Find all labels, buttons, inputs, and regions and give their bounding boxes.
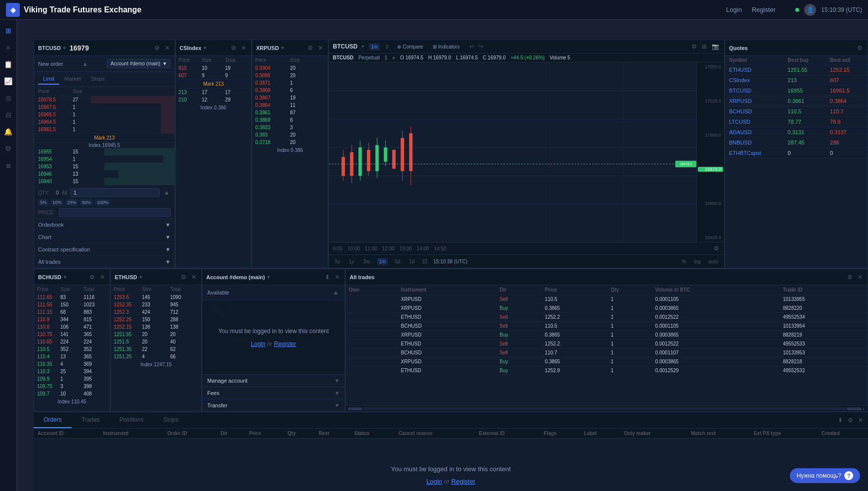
chart-screenshot-btn[interactable]: 📷	[711, 42, 720, 51]
bch-ask-row[interactable]: 111.551501023	[34, 301, 110, 308]
bottom-download-btn[interactable]: ⬇	[837, 416, 844, 425]
help-button[interactable]: Нужна помощь? ?	[790, 468, 860, 483]
account-register-link[interactable]: Register	[274, 341, 296, 347]
price-input[interactable]	[59, 208, 171, 217]
eth-bid-row[interactable]: 1251.52040	[111, 338, 201, 345]
trade-row[interactable]: XRPUSDBuy0.386510.00038658828220	[346, 304, 868, 313]
fees-section[interactable]: Fees ▼	[202, 387, 345, 399]
tab-market[interactable]: Market	[59, 74, 86, 85]
orderbook-collapsible[interactable]: Orderbook ▼	[34, 218, 175, 231]
eth-bid-row[interactable]: 1251.552020	[111, 331, 201, 338]
bch-close-btn[interactable]: ✕	[99, 273, 106, 282]
tab-stops[interactable]: Stops	[153, 412, 188, 428]
log-btn[interactable]: log	[692, 258, 702, 265]
eth-ask-row[interactable]: 1252.25150288	[111, 316, 201, 323]
pct-50[interactable]: 50%	[80, 199, 93, 206]
chart-settings-btn[interactable]: ⚙	[690, 42, 698, 51]
quote-row[interactable]: XRPUSD 0.3861 0.3864	[725, 96, 868, 106]
bch-ask-row[interactable]: 110.9344815	[34, 316, 110, 323]
eth-ask-row[interactable]: 1253.61451090	[111, 294, 201, 301]
ob-ask-row[interactable]: 16965.51	[34, 111, 175, 118]
period-5y[interactable]: 5y	[333, 258, 342, 265]
ob-ask-row[interactable]: 16967.51	[34, 103, 175, 111]
eth-bid-row[interactable]: 1251.352262	[111, 345, 201, 353]
period-1d[interactable]: 1d	[407, 258, 416, 265]
quote-row[interactable]: BNBUSD 287.45 288	[725, 138, 868, 148]
all-trades-collapsible[interactable]: All trades ▼	[34, 255, 175, 268]
eth-settings-btn[interactable]: ⚙	[180, 273, 187, 282]
btc-close-btn[interactable]: ✕	[164, 44, 171, 52]
tf-1m-btn[interactable]: 1m	[369, 43, 380, 50]
trade-row[interactable]: BCHUSDSell110.510.000110510133954	[346, 322, 868, 331]
contract-spec-collapsible[interactable]: Contract specification ▼	[34, 243, 175, 255]
bottom-login-link[interactable]: Login	[426, 478, 442, 485]
period-1y[interactable]: 1y	[347, 258, 357, 265]
quote-row[interactable]: ADAUSD 0.3131 0.3137	[725, 127, 868, 138]
sidebar-icon-more[interactable]: ≣	[1, 158, 15, 172]
account-download-btn[interactable]: ⬇	[324, 273, 331, 282]
redo-btn[interactable]: ↪	[477, 42, 484, 51]
xrp-ask-row[interactable]: 0.38696	[252, 87, 328, 94]
collapse-new-order[interactable]: ▲	[81, 59, 89, 68]
quote-row[interactable]: BTCUSD 16955 16961.5	[725, 86, 868, 96]
bch-bid-row[interactable]: 110.325394	[34, 368, 110, 375]
sidebar-icon-tools[interactable]: ◎	[1, 91, 15, 105]
sidebar-icon-alerts[interactable]: 🔔	[1, 125, 15, 139]
xrp-bid-row[interactable]: 0.38333	[252, 124, 328, 131]
qty-stepper[interactable]: ▲	[163, 188, 171, 197]
bch-bid-row[interactable]: 110.413365	[34, 353, 110, 360]
eth-ask-row[interactable]: 1252.35233945	[111, 301, 201, 308]
sidebar-icon-trades[interactable]: ⊟	[1, 108, 15, 122]
undo-btn[interactable]: ↩	[468, 42, 475, 51]
xrp-bid-row[interactable]: 0.38320	[252, 131, 328, 139]
trade-row[interactable]: XRPUSDBuy0.386510.00038658828218	[346, 357, 868, 366]
ob-bid-row[interactable]: 1695315	[34, 163, 175, 170]
ob-ask-row[interactable]: 16961.51	[34, 126, 175, 133]
bch-ask-row[interactable]: 110.8106471	[34, 323, 110, 331]
bottom-close-btn[interactable]: ✕	[857, 416, 864, 425]
trade-row[interactable]: ETHUSDSell1252.210.001252249552533	[346, 340, 868, 348]
quote-row[interactable]: ETHBTCspot 0 0	[725, 148, 868, 158]
trade-row[interactable]: ETHUSDSell1252.210.001252249552534	[346, 313, 868, 322]
sidebar-icon-settings[interactable]: ⚙	[1, 142, 15, 155]
csindex-close-btn[interactable]: ✕	[240, 44, 247, 52]
csindex-bid-row[interactable]: 2131717	[176, 89, 251, 96]
tf-0-btn[interactable]: 0	[384, 43, 391, 50]
btc-symbol[interactable]: BTCUSD ▼	[38, 45, 67, 51]
all-trades-scroll[interactable]: Own Instrument Dir Price Qty Volume in B…	[346, 285, 868, 405]
ob-bid-row[interactable]: 1694015	[34, 178, 175, 185]
bch-ask-row[interactable]: 111.1568883	[34, 308, 110, 316]
tab-positions[interactable]: Positions	[110, 412, 154, 428]
chart-settings-gear[interactable]: ⚙	[713, 244, 720, 253]
trade-row[interactable]: BCHUSDSell110.710.000110710133953	[346, 348, 868, 357]
pct-25[interactable]: 25%	[65, 199, 78, 206]
chart-expand-btn[interactable]: ⊞	[701, 42, 708, 51]
csindex-ask-row[interactable]: 60799	[176, 72, 251, 79]
eth-ask-row[interactable]: 1252.3424712	[111, 308, 201, 316]
xrp-settings-btn[interactable]: ⚙	[307, 44, 314, 52]
quote-row[interactable]: CSIndex 213 607	[725, 75, 868, 86]
bch-bid-row[interactable]: 110.5352352	[34, 345, 110, 353]
ob-ask-row[interactable]: 16978.527	[34, 96, 175, 103]
bch-ask-row[interactable]: 110.75141365	[34, 331, 110, 338]
csindex-bid-row[interactable]: 2101229	[176, 96, 251, 103]
xrp-ask-row[interactable]: 0.386719	[252, 94, 328, 101]
csindex-settings-btn[interactable]: ⚙	[230, 44, 237, 52]
scroll-right-btn[interactable]: ›	[862, 404, 866, 412]
chart-layout-btn[interactable]: ⊡	[421, 257, 428, 266]
pct-btn[interactable]: %	[680, 258, 688, 265]
sidebar-icon-grid[interactable]: ⊞	[1, 24, 15, 38]
xrp-bid-row[interactable]: 0.386187	[252, 109, 328, 116]
ob-bid-row[interactable]: 1694613	[34, 170, 175, 178]
xrp-ask-row[interactable]: 0.390420	[252, 64, 328, 72]
bch-settings-btn[interactable]: ⚙	[89, 273, 96, 282]
bch-bid-row[interactable]: 109.91395	[34, 375, 110, 383]
login-link[interactable]: Login	[726, 6, 742, 13]
csindex-symbol[interactable]: CSIndex ▼	[180, 45, 207, 51]
available-expand-btn[interactable]: ▲	[332, 288, 340, 297]
bch-bid-row[interactable]: 110.354369	[34, 360, 110, 368]
bch-symbol[interactable]: BCHUSD ▼	[38, 274, 67, 280]
xrp-bid-row[interactable]: 0.38596	[252, 116, 328, 124]
xrp-ask-row[interactable]: 0.386411	[252, 101, 328, 109]
bch-bid-row[interactable]: 109.753398	[34, 383, 110, 390]
